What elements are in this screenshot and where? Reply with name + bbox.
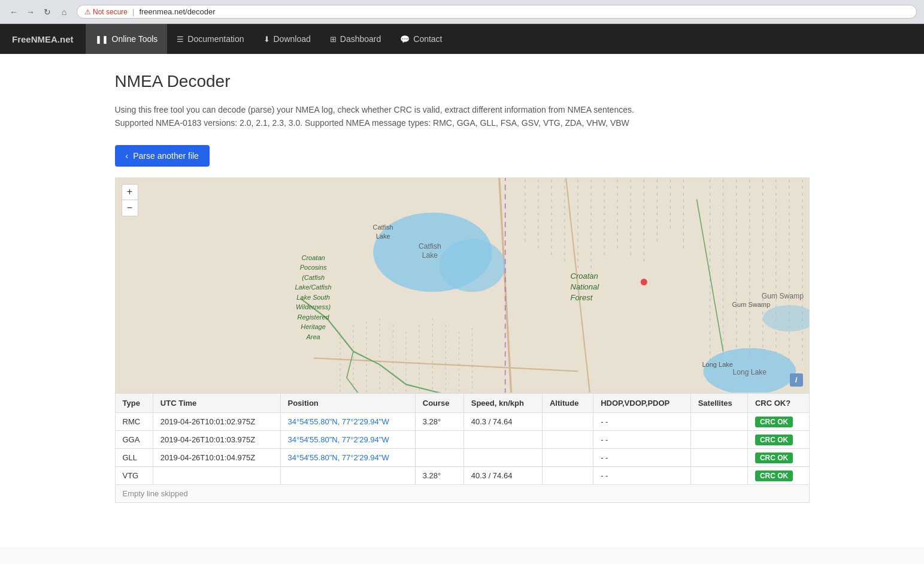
security-label: Not secure (93, 8, 128, 16)
col-position: Position (280, 393, 415, 412)
online-tools-icon: ❚❚ (95, 35, 108, 44)
cell-utc: 2019-04-26T10:01:02.975Z (153, 412, 280, 430)
col-speed: Speed, kn/kph (463, 393, 542, 412)
cell-speed: 40.3 / 74.64 (463, 466, 542, 484)
cell-satellites (690, 430, 747, 448)
navbar-items: ❚❚ Online Tools ☰ Documentation ⬇ Downlo… (86, 24, 452, 54)
forward-button[interactable]: → (24, 5, 37, 19)
description-line1: Using this free tool you can decode (par… (115, 105, 634, 114)
svg-text:Gum Swamp: Gum Swamp (761, 292, 803, 300)
chevron-icon: ‹ (126, 151, 129, 161)
cell-course (415, 448, 463, 466)
svg-point-53 (640, 279, 647, 285)
map-zoom-controls: + − (122, 184, 138, 216)
svg-text:Long Lake: Long Lake (732, 368, 767, 376)
col-type: Type (115, 393, 153, 412)
map-container: Croatan Pocosins (Catfish Lake/Catfish C… (115, 177, 810, 393)
download-icon: ⬇ (263, 35, 270, 44)
crc-badge: CRC OK (755, 417, 793, 427)
nav-download-label: Download (274, 34, 311, 44)
cell-hdop: - - (593, 466, 691, 484)
col-utc: UTC Time (153, 393, 280, 412)
zoom-out-button[interactable]: − (122, 200, 138, 216)
cell-altitude (542, 466, 593, 484)
table-row: RMC2019-04-26T10:01:02.975Z34°54'55.80"N… (115, 412, 809, 430)
cell-hdop: - - (593, 430, 691, 448)
warning-icon: ⚠ (84, 8, 91, 16)
empty-line-row: Empty line skipped (115, 484, 809, 502)
empty-line-label: Empty line skipped (115, 484, 809, 502)
cell-altitude (542, 412, 593, 430)
parse-another-file-button[interactable]: ‹ Parse another file (115, 145, 210, 167)
cell-altitude (542, 430, 593, 448)
content-wrapper: NMEA Decoder Using this free tool you ca… (103, 72, 822, 503)
table-row: VTG3.28°40.3 / 74.64- -CRC OK (115, 466, 809, 484)
home-button[interactable]: ⌂ (57, 5, 71, 19)
security-warning: ⚠ Not secure (84, 8, 128, 16)
svg-text:Catfish: Catfish (419, 242, 441, 251)
documentation-icon: ☰ (177, 35, 184, 44)
page-title: NMEA Decoder (115, 72, 810, 91)
browser-nav-buttons: ← → ↻ ⌂ (7, 5, 71, 19)
cell-crc: CRC OK (747, 466, 809, 484)
back-button[interactable]: ← (7, 5, 20, 19)
cell-utc: 2019-04-26T10:01:04.975Z (153, 448, 280, 466)
cell-position[interactable]: 34°54'55.80"N, 77°2'29.94"W (280, 430, 415, 448)
reload-button[interactable]: ↻ (41, 5, 54, 19)
col-satellites: Satellites (690, 393, 747, 412)
nav-online-tools[interactable]: ❚❚ Online Tools (86, 24, 168, 54)
col-crc: CRC OK? (747, 393, 809, 412)
zoom-in-button[interactable]: + (122, 185, 138, 200)
address-bar[interactable]: ⚠ Not secure | freenmea.net/decoder (77, 5, 917, 19)
cell-altitude (542, 448, 593, 466)
table-header-row: Type UTC Time Position Course Speed, kn/… (115, 393, 809, 412)
map-background: Croatan Pocosins (Catfish Lake/Catfish C… (116, 178, 809, 393)
crc-badge: CRC OK (755, 435, 793, 445)
nav-contact-label: Contact (413, 34, 442, 44)
cell-utc: 2019-04-26T10:01:03.975Z (153, 430, 280, 448)
cell-type: VTG (115, 466, 153, 484)
cell-satellites (690, 448, 747, 466)
description: Using this free tool you can decode (par… (115, 103, 810, 130)
position-link[interactable]: 34°54'55.80"N, 77°2'29.94"W (288, 453, 389, 462)
cell-crc: CRC OK (747, 448, 809, 466)
cell-utc (153, 466, 280, 484)
cell-course (415, 430, 463, 448)
main-content: NMEA Decoder Using this free tool you ca… (0, 54, 924, 547)
cell-speed (463, 448, 542, 466)
parse-btn-label: Parse another file (133, 151, 199, 161)
map-info-button[interactable]: i (790, 373, 803, 387)
table-row: GGA2019-04-26T10:01:03.975Z34°54'55.80"N… (115, 430, 809, 448)
cell-position[interactable]: 34°54'55.80"N, 77°2'29.94"W (280, 412, 415, 430)
nav-documentation[interactable]: ☰ Documentation (167, 24, 253, 54)
cell-crc: CRC OK (747, 430, 809, 448)
position-link[interactable]: 34°54'55.80"N, 77°2'29.94"W (288, 435, 389, 444)
nav-contact[interactable]: 💬 Contact (390, 24, 452, 54)
crc-badge: CRC OK (755, 470, 793, 481)
cell-type: RMC (115, 412, 153, 430)
data-table: Type UTC Time Position Course Speed, kn/… (115, 393, 810, 503)
cell-hdop: - - (593, 448, 691, 466)
svg-point-37 (439, 239, 505, 292)
cell-satellites (690, 466, 747, 484)
nav-dashboard[interactable]: ⊞ Dashboard (320, 24, 391, 54)
cell-type: GGA (115, 430, 153, 448)
position-link[interactable]: 34°54'55.80"N, 77°2'29.94"W (288, 417, 389, 426)
nav-dashboard-label: Dashboard (340, 34, 381, 44)
nav-documentation-label: Documentation (187, 34, 244, 44)
contact-icon: 💬 (400, 35, 410, 44)
cell-speed: 40.3 / 74.64 (463, 412, 542, 430)
cell-crc: CRC OK (747, 412, 809, 430)
cell-position (280, 466, 415, 484)
cell-position[interactable]: 34°54'55.80"N, 77°2'29.94"W (280, 448, 415, 466)
cell-type: GLL (115, 448, 153, 466)
dashboard-icon: ⊞ (330, 35, 337, 44)
nav-download[interactable]: ⬇ Download (254, 24, 320, 54)
nav-online-tools-label: Online Tools (112, 34, 158, 44)
svg-text:Lake: Lake (422, 251, 438, 259)
col-hdop: HDOP,VDOP,PDOP (593, 393, 691, 412)
col-course: Course (415, 393, 463, 412)
crc-badge: CRC OK (755, 453, 793, 463)
table-row: GLL2019-04-26T10:01:04.975Z34°54'55.80"N… (115, 448, 809, 466)
navbar: FreeNMEA.net ❚❚ Online Tools ☰ Documenta… (0, 24, 924, 54)
